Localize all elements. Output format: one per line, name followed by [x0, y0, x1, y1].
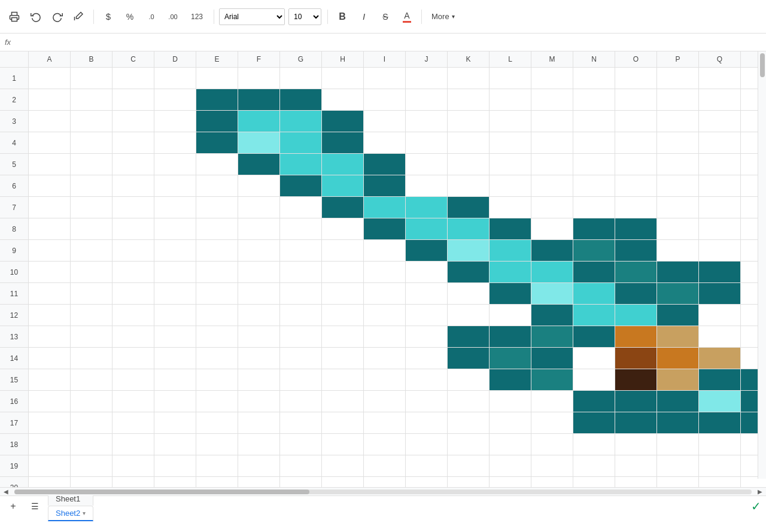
cell-A16[interactable]: [29, 391, 71, 412]
row-num-13[interactable]: 13: [0, 326, 29, 347]
col-header-J[interactable]: J: [406, 51, 448, 67]
cell-E6[interactable]: [196, 175, 238, 196]
cell-E14[interactable]: [196, 348, 238, 369]
cell-P18[interactable]: [657, 434, 699, 455]
cell-F4[interactable]: [238, 132, 280, 153]
cell-A4[interactable]: [29, 132, 71, 153]
cell-G12[interactable]: [280, 305, 322, 326]
cell-J4[interactable]: [406, 132, 448, 153]
col-header-K[interactable]: K: [448, 51, 490, 67]
cell-L14[interactable]: [490, 348, 531, 369]
cell-L20[interactable]: [490, 477, 531, 487]
cell-I9[interactable]: [364, 240, 406, 261]
cell-I11[interactable]: [364, 283, 406, 304]
cell-H11[interactable]: [322, 283, 364, 304]
cell-L9[interactable]: [490, 240, 531, 261]
print-button[interactable]: [5, 7, 24, 26]
cell-H9[interactable]: [322, 240, 364, 261]
cell-K12[interactable]: [448, 305, 490, 326]
percent-button[interactable]: %: [120, 7, 139, 26]
cell-B12[interactable]: [71, 305, 113, 326]
cell-L12[interactable]: [490, 305, 531, 326]
cell-J19[interactable]: [406, 455, 448, 476]
cell-O10[interactable]: [615, 262, 657, 282]
row-num-9[interactable]: 9: [0, 240, 29, 261]
cell-E5[interactable]: [196, 154, 238, 175]
cell-L7[interactable]: [490, 197, 531, 218]
cell-I20[interactable]: [364, 477, 406, 487]
cell-H13[interactable]: [322, 326, 364, 347]
cell-A9[interactable]: [29, 240, 71, 261]
cell-N15[interactable]: [573, 369, 615, 390]
cell-N12[interactable]: [573, 305, 615, 326]
cell-B15[interactable]: [71, 369, 113, 390]
cell-M18[interactable]: [531, 434, 573, 455]
cell-C8[interactable]: [113, 218, 154, 239]
cell-M2[interactable]: [531, 89, 573, 110]
cell-M11[interactable]: [531, 283, 573, 304]
cell-F2[interactable]: [238, 89, 280, 110]
cell-D7[interactable]: [154, 197, 196, 218]
cell-M15[interactable]: [531, 369, 573, 390]
cell-A17[interactable]: [29, 412, 71, 433]
cell-J17[interactable]: [406, 412, 448, 433]
cell-B5[interactable]: [71, 154, 113, 175]
cell-C3[interactable]: [113, 111, 154, 132]
cell-C16[interactable]: [113, 391, 154, 412]
add-sheet-button[interactable]: +: [5, 498, 22, 515]
cell-G13[interactable]: [280, 326, 322, 347]
cell-B3[interactable]: [71, 111, 113, 132]
row-num-12[interactable]: 12: [0, 305, 29, 326]
cell-J1[interactable]: [406, 68, 448, 89]
cell-I18[interactable]: [364, 434, 406, 455]
cell-D2[interactable]: [154, 89, 196, 110]
cell-E9[interactable]: [196, 240, 238, 261]
cell-D17[interactable]: [154, 412, 196, 433]
row-num-2[interactable]: 2: [0, 89, 29, 110]
cell-K3[interactable]: [448, 111, 490, 132]
cell-Q1[interactable]: [699, 68, 741, 89]
cell-O12[interactable]: [615, 305, 657, 326]
cell-B10[interactable]: [71, 262, 113, 282]
col-header-B[interactable]: B: [71, 51, 113, 67]
cell-N4[interactable]: [573, 132, 615, 153]
cell-C5[interactable]: [113, 154, 154, 175]
cell-B7[interactable]: [71, 197, 113, 218]
cell-J7[interactable]: [406, 197, 448, 218]
cell-O6[interactable]: [615, 175, 657, 196]
cell-K17[interactable]: [448, 412, 490, 433]
cell-C20[interactable]: [113, 477, 154, 487]
row-num-20[interactable]: 20: [0, 477, 29, 487]
cell-E13[interactable]: [196, 326, 238, 347]
cell-A14[interactable]: [29, 348, 71, 369]
cell-P8[interactable]: [657, 218, 699, 239]
cell-L1[interactable]: [490, 68, 531, 89]
cell-I14[interactable]: [364, 348, 406, 369]
cell-C2[interactable]: [113, 89, 154, 110]
cell-K19[interactable]: [448, 455, 490, 476]
cell-P19[interactable]: [657, 455, 699, 476]
cell-H16[interactable]: [322, 391, 364, 412]
cell-A12[interactable]: [29, 305, 71, 326]
cell-O20[interactable]: [615, 477, 657, 487]
cell-M9[interactable]: [531, 240, 573, 261]
cell-N18[interactable]: [573, 434, 615, 455]
cell-E18[interactable]: [196, 434, 238, 455]
bold-button[interactable]: B: [333, 7, 352, 26]
cell-B8[interactable]: [71, 218, 113, 239]
cell-N14[interactable]: [573, 348, 615, 369]
col-header-E[interactable]: E: [196, 51, 238, 67]
cell-E11[interactable]: [196, 283, 238, 304]
cell-F16[interactable]: [238, 391, 280, 412]
cell-I17[interactable]: [364, 412, 406, 433]
cell-J15[interactable]: [406, 369, 448, 390]
cell-C9[interactable]: [113, 240, 154, 261]
cell-K16[interactable]: [448, 391, 490, 412]
cell-Q16[interactable]: [699, 391, 741, 412]
cell-F1[interactable]: [238, 68, 280, 89]
cell-I7[interactable]: [364, 197, 406, 218]
cell-P12[interactable]: [657, 305, 699, 326]
cell-G9[interactable]: [280, 240, 322, 261]
cell-F14[interactable]: [238, 348, 280, 369]
cell-A18[interactable]: [29, 434, 71, 455]
